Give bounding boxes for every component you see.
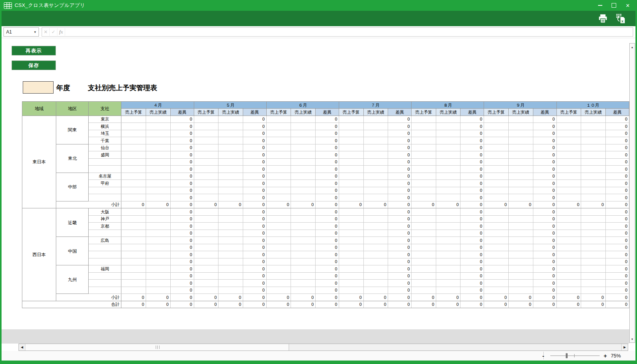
- actual-cell[interactable]: [218, 194, 243, 201]
- budget-cell[interactable]: [121, 215, 146, 223]
- zoom-out-button[interactable]: -: [542, 352, 544, 359]
- diff-cell[interactable]: 0: [461, 137, 484, 144]
- actual-cell[interactable]: [146, 166, 171, 173]
- diff-cell[interactable]: 0: [243, 208, 266, 216]
- diff-cell[interactable]: 0: [388, 201, 412, 208]
- diff-cell[interactable]: 0: [388, 116, 412, 123]
- diff-cell[interactable]: 0: [533, 151, 556, 159]
- actual-cell[interactable]: [363, 258, 388, 265]
- budget-cell[interactable]: [339, 237, 364, 244]
- actual-cell[interactable]: [291, 215, 316, 223]
- budget-cell[interactable]: [339, 187, 364, 194]
- diff-cell[interactable]: 0: [461, 187, 484, 194]
- actual-cell[interactable]: 0: [363, 294, 388, 301]
- budget-cell[interactable]: [121, 272, 146, 280]
- actual-cell[interactable]: [581, 151, 606, 159]
- budget-cell[interactable]: [339, 287, 364, 294]
- actual-cell[interactable]: [363, 187, 388, 194]
- actual-cell[interactable]: [509, 280, 533, 287]
- diff-cell[interactable]: 0: [170, 208, 194, 216]
- budget-cell[interactable]: [412, 151, 436, 159]
- diff-cell[interactable]: 0: [605, 123, 629, 130]
- diff-cell[interactable]: 0: [605, 130, 629, 137]
- budget-cell[interactable]: [194, 144, 218, 151]
- vertical-scrollbar[interactable]: ▲ ▼: [629, 43, 635, 343]
- budget-cell[interactable]: [121, 137, 146, 144]
- diff-cell[interactable]: 0: [388, 151, 412, 159]
- actual-cell[interactable]: [218, 287, 243, 294]
- budget-cell[interactable]: [412, 215, 436, 223]
- budget-cell[interactable]: [412, 237, 436, 244]
- actual-cell[interactable]: [436, 194, 461, 201]
- actual-cell[interactable]: [218, 251, 243, 258]
- actual-cell[interactable]: [218, 123, 243, 130]
- actual-cell[interactable]: [291, 280, 316, 287]
- diff-cell[interactable]: 0: [388, 230, 412, 237]
- budget-cell[interactable]: [484, 258, 509, 265]
- diff-cell[interactable]: 0: [533, 137, 556, 144]
- actual-cell[interactable]: [509, 144, 533, 151]
- diff-cell[interactable]: 0: [170, 287, 194, 294]
- diff-cell[interactable]: 0: [605, 116, 629, 123]
- actual-cell[interactable]: [363, 272, 388, 280]
- diff-cell[interactable]: 0: [533, 244, 556, 251]
- budget-cell[interactable]: [339, 230, 364, 237]
- actual-cell[interactable]: [509, 208, 533, 216]
- budget-cell[interactable]: [266, 173, 291, 180]
- budget-cell[interactable]: 0: [194, 294, 218, 301]
- budget-cell[interactable]: [339, 251, 364, 258]
- actual-cell[interactable]: [218, 173, 243, 180]
- budget-cell[interactable]: [339, 208, 364, 216]
- budget-cell[interactable]: [339, 123, 364, 130]
- actual-cell[interactable]: [363, 158, 388, 166]
- budget-cell[interactable]: [484, 215, 509, 223]
- budget-cell[interactable]: [121, 130, 146, 137]
- diff-cell[interactable]: 0: [243, 158, 266, 166]
- actual-cell[interactable]: [291, 130, 316, 137]
- diff-cell[interactable]: 0: [170, 180, 194, 187]
- budget-cell[interactable]: [556, 265, 581, 273]
- actual-cell[interactable]: [509, 272, 533, 280]
- actual-cell[interactable]: [509, 230, 533, 237]
- actual-cell[interactable]: [581, 173, 606, 180]
- actual-cell[interactable]: [436, 244, 461, 251]
- budget-cell[interactable]: [121, 194, 146, 201]
- actual-cell[interactable]: [291, 237, 316, 244]
- diff-cell[interactable]: 0: [388, 215, 412, 223]
- diff-cell[interactable]: 0: [533, 158, 556, 166]
- diff-cell[interactable]: 0: [243, 194, 266, 201]
- budget-cell[interactable]: [266, 130, 291, 137]
- budget-cell[interactable]: [194, 287, 218, 294]
- budget-cell[interactable]: [339, 258, 364, 265]
- actual-cell[interactable]: [363, 215, 388, 223]
- actual-cell[interactable]: 0: [146, 201, 171, 208]
- diff-cell[interactable]: 0: [316, 201, 339, 208]
- budget-cell[interactable]: [339, 180, 364, 187]
- diff-cell[interactable]: 0: [388, 173, 412, 180]
- budget-cell[interactable]: [194, 137, 218, 144]
- budget-cell[interactable]: [484, 158, 509, 166]
- diff-cell[interactable]: 0: [243, 144, 266, 151]
- budget-cell[interactable]: [556, 251, 581, 258]
- diff-cell[interactable]: 0: [243, 301, 266, 308]
- diff-cell[interactable]: 0: [388, 166, 412, 173]
- diff-cell[interactable]: 0: [605, 137, 629, 144]
- diff-cell[interactable]: 0: [170, 158, 194, 166]
- budget-cell[interactable]: [556, 230, 581, 237]
- budget-cell[interactable]: [121, 237, 146, 244]
- actual-cell[interactable]: [363, 173, 388, 180]
- actual-cell[interactable]: [581, 187, 606, 194]
- budget-cell[interactable]: [484, 244, 509, 251]
- diff-cell[interactable]: 0: [605, 272, 629, 280]
- cancel-icon[interactable]: ✕: [42, 28, 50, 36]
- budget-cell[interactable]: [412, 187, 436, 194]
- budget-cell[interactable]: [339, 173, 364, 180]
- actual-cell[interactable]: [146, 151, 171, 159]
- diff-cell[interactable]: 0: [388, 194, 412, 201]
- budget-cell[interactable]: [412, 230, 436, 237]
- budget-cell[interactable]: [556, 208, 581, 216]
- diff-cell[interactable]: 0: [605, 187, 629, 194]
- diff-cell[interactable]: 0: [605, 244, 629, 251]
- diff-cell[interactable]: 0: [388, 223, 412, 230]
- budget-cell[interactable]: [556, 116, 581, 123]
